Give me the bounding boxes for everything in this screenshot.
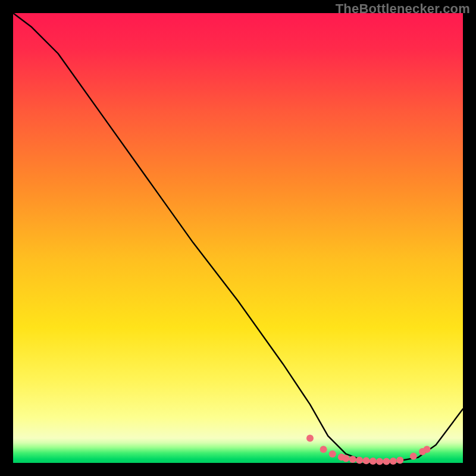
- chart-stage: { "attribution": "TheBottlenecker.com", …: [0, 0, 476, 476]
- attribution-text: TheBottlenecker.com: [336, 1, 470, 17]
- curve-marker: [383, 458, 390, 465]
- chart-svg: [0, 0, 476, 476]
- curve-marker: [424, 446, 431, 453]
- curve-marker: [356, 457, 363, 464]
- curve-marker: [320, 446, 327, 453]
- curve-marker: [306, 434, 314, 441]
- curve-marker: [329, 450, 336, 458]
- curve-marker: [369, 458, 377, 465]
- curve-marker: [349, 456, 356, 463]
- plot-background: [13, 13, 463, 463]
- curve-marker: [342, 455, 349, 462]
- curve-marker: [363, 457, 370, 464]
- curve-marker: [390, 458, 397, 465]
- curve-marker: [410, 453, 417, 460]
- curve-marker: [376, 458, 383, 465]
- curve-marker: [396, 457, 403, 464]
